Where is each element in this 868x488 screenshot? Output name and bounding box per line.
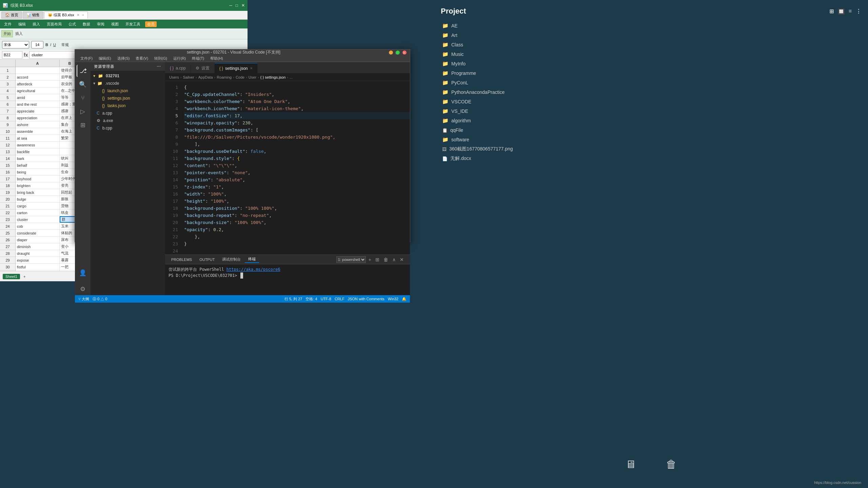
cell-a3[interactable]: afterdeck bbox=[16, 81, 60, 87]
source-control-icon[interactable]: ⑂ bbox=[77, 92, 89, 104]
row-header-20[interactable]: 20 bbox=[0, 196, 15, 203]
mode-button[interactable]: 开始 bbox=[1, 30, 13, 37]
row-header-21[interactable]: 21 bbox=[0, 203, 15, 209]
proj-item-360__16770806577177_png[interactable]: 🖼360截图16770806577177.png bbox=[441, 144, 861, 154]
proj-item-VS_IDE[interactable]: 📁VS_IDE bbox=[441, 106, 861, 116]
tree-item-tasks_json[interactable]: › {} tasks.json bbox=[91, 102, 165, 109]
cell-a14[interactable]: bark bbox=[16, 155, 60, 162]
proj-item-VSCODE[interactable]: 📁VSCODE bbox=[441, 97, 861, 106]
proj-item-PythonAnacondaPractice[interactable]: 📁PythonAnacondaPractice bbox=[441, 87, 861, 97]
vsc-maximize[interactable]: □ bbox=[396, 50, 400, 55]
proj-item-software[interactable]: 📁software bbox=[441, 135, 861, 144]
pscore-link[interactable]: https://aka.ms/pscore6 bbox=[226, 267, 280, 272]
row-header-17[interactable]: 17 bbox=[0, 176, 15, 182]
cell-a11[interactable]: at sea bbox=[16, 135, 60, 141]
row-header-9[interactable]: 9 bbox=[0, 121, 15, 128]
tree-item-a_exe[interactable]: › ⚙ a.exe bbox=[91, 117, 165, 124]
menu-run-vsc[interactable]: 运行(R) bbox=[171, 55, 189, 62]
close-tab-btn[interactable]: ✕ bbox=[250, 66, 253, 70]
cell-a29[interactable]: expose bbox=[16, 257, 60, 263]
row-header-30[interactable]: 30 bbox=[0, 264, 15, 270]
menu-page[interactable]: 页面布局 bbox=[45, 21, 64, 27]
cell-a27[interactable]: diminish bbox=[16, 243, 60, 250]
row-header-8[interactable]: 8 bbox=[0, 115, 15, 121]
proj-item-AE[interactable]: 📁AE bbox=[441, 21, 861, 30]
tab-acpp[interactable]: { } a.cpp bbox=[165, 63, 191, 73]
cell-a24[interactable]: cob bbox=[16, 223, 60, 229]
row-header-22[interactable]: 22 bbox=[0, 209, 15, 216]
font-selector[interactable]: 宋体 bbox=[2, 41, 29, 48]
proj-item-Programme[interactable]: 📁Programme bbox=[441, 68, 861, 78]
chevron-up-terminal[interactable]: ∧ bbox=[391, 256, 397, 263]
proj-item-Class[interactable]: 📁Class bbox=[441, 40, 861, 49]
menu-goto-vsc[interactable]: 转到(G) bbox=[152, 55, 170, 62]
tree-item-launch_json[interactable]: › {} launch.json bbox=[91, 87, 165, 95]
cell-a7[interactable]: appreciate bbox=[16, 108, 60, 114]
tab-sales[interactable]: 📊 销售 bbox=[23, 12, 43, 19]
font-size-input[interactable]: 14 bbox=[31, 41, 43, 48]
cell-a25[interactable]: considerate bbox=[16, 230, 60, 236]
row-header-18[interactable]: 18 bbox=[0, 182, 15, 189]
close-btn[interactable]: ✕ bbox=[241, 3, 245, 8]
term-tab-debug[interactable]: 调试控制台 bbox=[219, 256, 244, 263]
extensions-icon[interactable]: ⊞ bbox=[77, 119, 89, 131]
row-header-19[interactable]: 19 bbox=[0, 189, 15, 196]
close-terminal-btn[interactable]: ✕ bbox=[398, 256, 405, 263]
maximize-btn[interactable]: □ bbox=[236, 3, 238, 8]
cell-a21[interactable]: cargo bbox=[16, 203, 60, 209]
tab-settings-json[interactable]: { } settings.json ✕ bbox=[215, 63, 258, 73]
row-header-29[interactable]: 29 bbox=[0, 257, 15, 264]
cell-a17[interactable]: boyhood bbox=[16, 176, 60, 182]
row-header-24[interactable]: 24 bbox=[0, 223, 15, 230]
menu-edit-vsc[interactable]: 编辑(E) bbox=[96, 55, 114, 62]
cell-a26[interactable]: diaper bbox=[16, 237, 60, 243]
cell-a15[interactable]: behalf bbox=[16, 162, 60, 168]
tab-current-file[interactable]: 🐱 综英 B3.xlsx ✕ + bbox=[44, 12, 88, 19]
cell-a19[interactable]: bring back bbox=[16, 189, 60, 196]
menu-file-vsc[interactable]: 文件(F) bbox=[78, 55, 95, 62]
menu-insert[interactable]: 插入 bbox=[31, 21, 42, 27]
cell-a13[interactable]: backfile bbox=[16, 148, 60, 155]
vsc-close[interactable]: ✕ bbox=[402, 50, 407, 55]
add-sheet-btn[interactable]: + bbox=[23, 274, 25, 279]
bell-icon[interactable]: 🔔 bbox=[402, 297, 407, 301]
cell-a10[interactable]: assemble bbox=[16, 128, 60, 135]
proj-item-MyInfo[interactable]: 📁MyInfo bbox=[441, 59, 861, 68]
row-header-7[interactable]: 7 bbox=[0, 108, 15, 115]
term-tab-terminal[interactable]: 终端 bbox=[245, 256, 259, 263]
cell-a12[interactable]: awareness bbox=[16, 142, 60, 148]
run-icon[interactable]: ▷ bbox=[77, 105, 89, 118]
cell-a23[interactable]: cluster bbox=[16, 216, 60, 223]
menu-view-vsc[interactable]: 查看(V) bbox=[133, 55, 151, 62]
cell-a18[interactable]: brighten bbox=[16, 182, 60, 189]
row-header-23[interactable]: 23 bbox=[0, 216, 15, 223]
cell-a4[interactable]: agricultural bbox=[16, 87, 60, 94]
proj-item-Art[interactable]: 📁Art bbox=[441, 30, 861, 40]
proj-icon-window[interactable]: 🔲 bbox=[838, 8, 845, 15]
row-header-27[interactable]: 27 bbox=[0, 243, 15, 250]
term-tab-problems[interactable]: PROBLEMS bbox=[168, 257, 195, 262]
insert-ribbon-btn[interactable]: 插入 bbox=[14, 30, 24, 37]
split-terminal-btn[interactable]: ⊞ bbox=[374, 256, 381, 263]
line-ending[interactable]: CRLF bbox=[335, 297, 344, 301]
row-header-5[interactable]: 5 bbox=[0, 94, 15, 101]
row-header-25[interactable]: 25 bbox=[0, 230, 15, 237]
bottom-icon-monitor[interactable]: 🖥 bbox=[620, 454, 641, 474]
col-header-a[interactable]: A bbox=[16, 60, 60, 67]
platform[interactable]: Win32 bbox=[388, 297, 398, 301]
italic-button[interactable]: I bbox=[50, 43, 51, 47]
language-mode[interactable]: JSON with Comments bbox=[348, 297, 384, 301]
menu-review[interactable]: 审阅 bbox=[95, 21, 106, 27]
tab-settings-general[interactable]: ⚙ 设置 bbox=[191, 63, 215, 73]
powershell-selector[interactable]: 1: powershell bbox=[336, 256, 366, 263]
row-header-26[interactable]: 26 bbox=[0, 237, 15, 243]
row-header-2[interactable]: 2 bbox=[0, 74, 15, 81]
proj-icon-more[interactable]: ⋮ bbox=[856, 8, 861, 15]
csdn-link[interactable]: https://blog.csdn.net/cussion bbox=[814, 481, 861, 485]
encoding[interactable]: UTF-8 bbox=[321, 297, 331, 301]
cell-a22[interactable]: carton bbox=[16, 209, 60, 216]
menu-edit[interactable]: 编辑 bbox=[16, 21, 28, 27]
row-header-11[interactable]: 11 bbox=[0, 135, 15, 142]
row-header-28[interactable]: 28 bbox=[0, 250, 15, 257]
cell-a5[interactable]: amid bbox=[16, 94, 60, 101]
